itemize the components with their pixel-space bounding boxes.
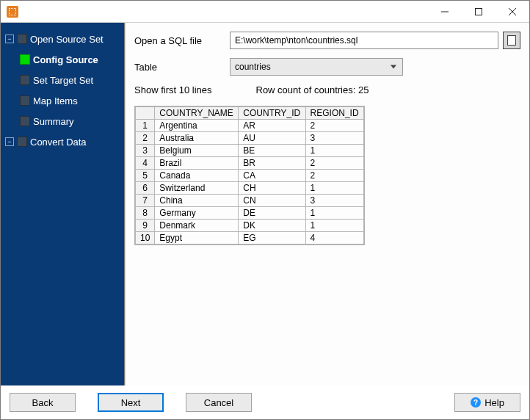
tree-item-convert-data[interactable]: − Convert Data xyxy=(1,131,124,152)
tree-label: Open Source Set xyxy=(30,34,104,45)
table-cell: 2 xyxy=(305,120,363,132)
table-cell: EG xyxy=(239,232,305,245)
tree-label: Convert Data xyxy=(30,137,87,148)
table-cell: DE xyxy=(239,207,305,220)
table-cell: Australia xyxy=(155,132,239,145)
table-cell: Egypt xyxy=(155,232,239,245)
form-area: Open a SQL file E:\work\temp\nton\countr… xyxy=(126,23,529,106)
button-bar: Back Next Cancel ? Help xyxy=(1,385,529,419)
row-number: 2 xyxy=(136,132,155,145)
show-first-lines-label: Show first 10 lines xyxy=(134,84,212,95)
table-row[interactable]: 5CanadaCA2 xyxy=(136,170,364,182)
table-row[interactable]: 9DenmarkDK1 xyxy=(136,220,364,232)
info-row: Show first 10 lines Row count of countri… xyxy=(134,84,520,95)
next-button[interactable]: Next xyxy=(98,393,164,412)
table-row[interactable]: 4BrazilBR2 xyxy=(136,157,364,170)
table-cell: Canada xyxy=(155,170,239,182)
table-cell: 2 xyxy=(305,170,363,182)
tree-item-config-source[interactable]: Config Source xyxy=(1,49,124,70)
table-row[interactable]: 3BelgiumBE1 xyxy=(136,145,364,157)
tree-item-set-target-set[interactable]: Set Target Set xyxy=(1,70,124,90)
table-cell: Belgium xyxy=(155,145,239,157)
preview-table: COUNTRY_NAME COUNTRY_ID REGION_ID 1Argen… xyxy=(134,106,365,245)
table-cell: 1 xyxy=(305,220,363,232)
table-cell: 1 xyxy=(305,145,363,157)
tree-label: Summary xyxy=(33,116,74,127)
open-sql-file-label: Open a SQL file xyxy=(134,35,230,46)
table-cell: CA xyxy=(239,170,305,182)
step-box-icon xyxy=(20,116,30,126)
step-box-icon xyxy=(17,34,27,44)
step-box-icon xyxy=(20,95,30,106)
table-row[interactable]: 6SwitzerlandCH1 xyxy=(136,182,364,195)
col-header[interactable]: COUNTRY_NAME xyxy=(155,107,239,120)
main: − Open Source Set Config Source Set Targ… xyxy=(1,23,529,385)
table-header-row: COUNTRY_NAME COUNTRY_ID REGION_ID xyxy=(136,107,364,120)
tree-label: Set Target Set xyxy=(33,75,93,86)
table-cell: DK xyxy=(239,220,305,232)
table-cell: Switzerland xyxy=(155,182,239,195)
help-button[interactable]: ? Help xyxy=(454,393,520,412)
table-label: Table xyxy=(134,62,230,73)
table-cell: AU xyxy=(239,132,305,145)
table-corner xyxy=(136,107,155,120)
table-cell: 4 xyxy=(305,232,363,245)
row-number: 7 xyxy=(136,195,155,207)
row-number: 3 xyxy=(136,145,155,157)
table-cell: Argentina xyxy=(155,120,239,132)
browse-file-button[interactable] xyxy=(503,32,520,49)
tree-item-open-source-set[interactable]: − Open Source Set xyxy=(1,29,124,49)
table-cell: 2 xyxy=(305,157,363,170)
table-cell: CN xyxy=(239,195,305,207)
table-cell: CH xyxy=(239,182,305,195)
table-cell: 1 xyxy=(305,207,363,220)
table-cell: Germany xyxy=(155,207,239,220)
table-cell: BR xyxy=(239,157,305,170)
table-row[interactable]: 1ArgentinaAR2 xyxy=(136,120,364,132)
table-cell: 1 xyxy=(305,182,363,195)
table-select[interactable]: countries xyxy=(230,58,403,76)
row-number: 6 xyxy=(136,182,155,195)
table-row[interactable]: 10EgyptEG4 xyxy=(136,232,364,245)
svg-rect-1 xyxy=(476,8,482,15)
table-select-value: countries xyxy=(235,62,271,72)
collapse-icon[interactable]: − xyxy=(5,35,14,43)
help-button-label: Help xyxy=(484,397,504,408)
table-row[interactable]: 8GermanyDE1 xyxy=(136,207,364,220)
table-cell: Brazil xyxy=(155,157,239,170)
table-cell: BE xyxy=(239,145,305,157)
table-row[interactable]: 7ChinaCN3 xyxy=(136,195,364,207)
step-box-icon xyxy=(20,75,30,85)
table-row: Table countries xyxy=(134,58,520,76)
sql-file-input[interactable]: E:\work\temp\nton\countries.sql xyxy=(230,32,498,49)
file-icon xyxy=(507,35,516,46)
step-box-icon xyxy=(17,137,27,147)
table-cell: 3 xyxy=(305,195,363,207)
step-box-icon xyxy=(20,54,30,65)
back-button[interactable]: Back xyxy=(10,393,76,412)
table-cell: China xyxy=(155,195,239,207)
col-header[interactable]: REGION_ID xyxy=(305,107,363,120)
table-cell: AR xyxy=(239,120,305,132)
maximize-button[interactable] xyxy=(462,1,495,23)
tree-label: Map Items xyxy=(33,95,78,106)
row-number: 9 xyxy=(136,220,155,232)
row-number: 8 xyxy=(136,207,155,220)
app-icon xyxy=(7,6,18,18)
cancel-button[interactable]: Cancel xyxy=(186,393,252,412)
tree-label: Config Source xyxy=(33,54,98,65)
tree-item-map-items[interactable]: Map Items xyxy=(1,90,124,111)
tree-item-summary[interactable]: Summary xyxy=(1,111,124,131)
minimize-button[interactable] xyxy=(428,1,462,23)
row-count-label: Row count of countries: 25 xyxy=(256,84,369,95)
row-number: 10 xyxy=(136,232,155,245)
table-row[interactable]: 2AustraliaAU3 xyxy=(136,132,364,145)
col-header[interactable]: COUNTRY_ID xyxy=(239,107,305,120)
titlebar xyxy=(1,1,529,23)
close-button[interactable] xyxy=(495,1,529,23)
table-cell: Denmark xyxy=(155,220,239,232)
table-cell: 3 xyxy=(305,132,363,145)
help-icon: ? xyxy=(471,397,481,408)
collapse-icon[interactable]: − xyxy=(5,137,14,146)
row-number: 1 xyxy=(136,120,155,132)
